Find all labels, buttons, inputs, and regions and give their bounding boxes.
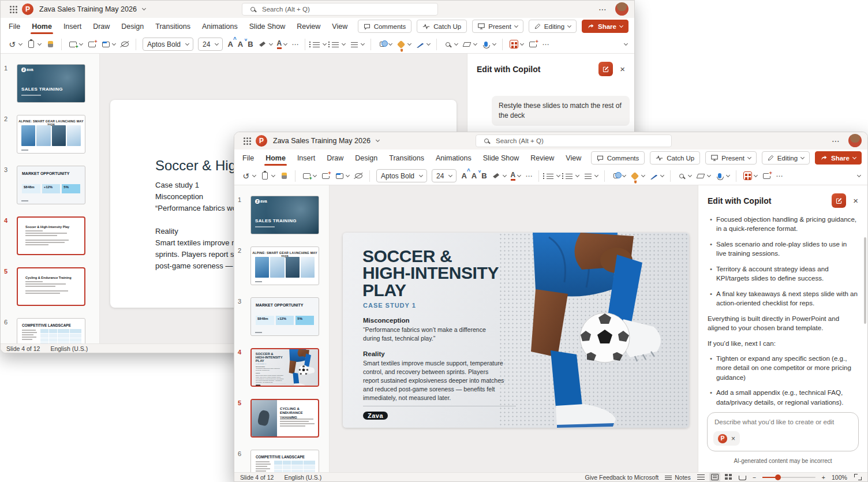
avatar[interactable] bbox=[615, 2, 628, 16]
reuse-slides-button[interactable] bbox=[321, 171, 330, 181]
tab-draw[interactable]: Draw bbox=[327, 150, 343, 166]
font-size-select[interactable]: 24 bbox=[432, 169, 457, 182]
font-color-button[interactable]: A bbox=[277, 40, 287, 49]
eraser-button[interactable] bbox=[696, 171, 710, 181]
powerpoint-logo-icon[interactable]: P bbox=[22, 3, 33, 15]
thumbnail-slide-5[interactable]: 5 Cycling & Endurance Training bbox=[4, 267, 93, 306]
share-button[interactable]: Share bbox=[582, 20, 628, 33]
outline-view-button[interactable] bbox=[697, 474, 705, 480]
tab-design[interactable]: Design bbox=[121, 18, 144, 35]
slide-title[interactable]: SOCCER &HIGH-INTENSITYPLAY bbox=[362, 248, 499, 298]
tab-file[interactable]: File bbox=[242, 150, 254, 166]
shape-fill-button[interactable] bbox=[396, 40, 411, 49]
bold-button[interactable]: B bbox=[248, 40, 253, 48]
tab-review[interactable]: Review bbox=[297, 18, 320, 35]
editing-mode-button[interactable]: Editing bbox=[762, 151, 810, 165]
zoom-out-button[interactable]: − bbox=[753, 474, 756, 481]
eraser-button[interactable] bbox=[462, 40, 477, 49]
editing-mode-button[interactable]: Editing bbox=[529, 20, 577, 33]
font-size-select[interactable]: 24 bbox=[198, 38, 223, 51]
layout-button[interactable] bbox=[335, 171, 349, 181]
shape-fill-button[interactable] bbox=[630, 171, 645, 181]
tab-design[interactable]: Design bbox=[355, 150, 377, 166]
shapes-button[interactable] bbox=[377, 40, 392, 49]
find-button[interactable] bbox=[443, 40, 458, 49]
zoom-level[interactable]: 100% bbox=[832, 474, 848, 481]
find-button[interactable] bbox=[677, 171, 691, 181]
slide-sorter-view-button[interactable] bbox=[725, 474, 732, 480]
more-font-options[interactable]: ⋯ bbox=[291, 40, 298, 48]
tab-animations[interactable]: Animations bbox=[436, 150, 472, 166]
notes-button[interactable]: Notes bbox=[665, 474, 690, 481]
thumbnail-slide-3[interactable]: 3 MARKET OPPORTUNITY $848m+12%5% bbox=[238, 297, 323, 336]
font-name-select[interactable]: Aptos Bold bbox=[143, 38, 193, 51]
slide-canvas[interactable]: SOCCER &HIGH-INTENSITYPLAY CASE STUDY 1 … bbox=[343, 233, 689, 428]
thumbnail-slide-5[interactable]: 5 CYCLING & ENDURANCE TRAINING bbox=[238, 399, 323, 438]
more-font-options[interactable]: ⋯ bbox=[525, 172, 532, 180]
thumbnail-slide-1[interactable]: 1 Zava SALES TRAINING bbox=[4, 64, 93, 103]
tab-review[interactable]: Review bbox=[530, 150, 554, 166]
present-button[interactable]: Present bbox=[472, 20, 523, 33]
tab-view[interactable]: View bbox=[332, 18, 347, 35]
align-button[interactable] bbox=[350, 40, 364, 49]
feedback-link[interactable]: Give Feedback to Microsoft bbox=[585, 474, 659, 481]
shapes-button[interactable] bbox=[611, 171, 626, 181]
thumbnail-slide-4[interactable]: 4 SOCCER &HIGH-INTENSITYPLAY CASE STUDY … bbox=[238, 348, 323, 387]
copilot-scrollbar[interactable] bbox=[864, 237, 866, 324]
share-button[interactable]: Share bbox=[815, 151, 862, 165]
shrink-font-button[interactable]: A bbox=[472, 171, 477, 180]
bullets-button[interactable] bbox=[545, 171, 560, 181]
search-input[interactable]: Search (Alt + Q) bbox=[242, 3, 438, 16]
reality-heading[interactable]: Reality bbox=[363, 350, 385, 357]
collapse-ribbon-button[interactable] bbox=[858, 175, 860, 177]
add-slide-button[interactable] bbox=[762, 171, 771, 181]
catch-up-button[interactable]: Catch Up bbox=[650, 151, 700, 165]
avatar[interactable] bbox=[848, 134, 862, 147]
zoom-slider[interactable] bbox=[762, 477, 815, 478]
paste-button[interactable] bbox=[260, 171, 275, 181]
tab-home[interactable]: Home bbox=[265, 150, 286, 166]
reality-text[interactable]: Smart textiles improve muscle support, t… bbox=[363, 359, 504, 402]
powerpoint-logo-icon[interactable]: P bbox=[256, 135, 267, 147]
font-name-select[interactable]: Aptos Bold bbox=[376, 169, 427, 182]
copilot-close-button[interactable]: × bbox=[852, 196, 859, 205]
grow-font-button[interactable]: A bbox=[461, 171, 466, 180]
designer-button[interactable] bbox=[509, 40, 523, 49]
search-input[interactable]: Search (Alt + Q) bbox=[476, 134, 672, 147]
bullets-button[interactable] bbox=[312, 40, 326, 49]
grow-font-button[interactable]: A bbox=[227, 40, 233, 48]
remove-attachment-icon[interactable]: × bbox=[731, 435, 735, 443]
ribbon-more-button[interactable]: ⋯ bbox=[776, 172, 783, 180]
copilot-new-chat-button[interactable] bbox=[598, 62, 613, 76]
app-launcher-icon[interactable] bbox=[10, 6, 12, 8]
copilot-input[interactable]: Describe what you’d like to create or ed… bbox=[707, 412, 859, 451]
ribbon-more-button[interactable]: ⋯ bbox=[542, 40, 549, 48]
tab-insert[interactable]: Insert bbox=[63, 18, 81, 35]
titlebar-more-icon[interactable]: ⋯ bbox=[598, 5, 607, 14]
shrink-font-button[interactable]: A bbox=[238, 40, 243, 48]
titlebar-more-icon[interactable]: ⋯ bbox=[832, 136, 840, 145]
zoom-in-button[interactable]: + bbox=[822, 474, 825, 481]
fit-to-window-icon[interactable] bbox=[854, 474, 862, 480]
tab-insert[interactable]: Insert bbox=[297, 150, 315, 166]
tab-draw[interactable]: Draw bbox=[93, 18, 110, 35]
copilot-new-chat-button[interactable] bbox=[832, 193, 846, 208]
hide-slide-button[interactable] bbox=[120, 40, 129, 49]
dictate-button[interactable] bbox=[715, 171, 729, 181]
thumbnail-slide-6[interactable]: 6 COMPETITIVE LANDSCAPE bbox=[238, 450, 323, 472]
thumbnail-slide-1[interactable]: 1 Zava SALES TRAINING bbox=[238, 196, 323, 234]
app-launcher-icon[interactable] bbox=[244, 137, 245, 139]
title-chevron-icon[interactable] bbox=[142, 6, 146, 10]
tab-home[interactable]: Home bbox=[32, 18, 52, 35]
reuse-slides-button[interactable] bbox=[87, 40, 96, 49]
draw-ink-button[interactable] bbox=[416, 40, 430, 49]
tab-view[interactable]: View bbox=[566, 150, 581, 166]
normal-view-button[interactable] bbox=[711, 474, 719, 480]
dictate-button[interactable] bbox=[481, 40, 496, 49]
zoom-slider-knob[interactable] bbox=[775, 474, 781, 480]
collapse-ribbon-button[interactable] bbox=[624, 44, 627, 45]
language-label[interactable]: English (U.S.) bbox=[50, 345, 88, 352]
title-chevron-icon[interactable] bbox=[376, 138, 380, 142]
format-painter-button[interactable] bbox=[279, 171, 289, 181]
language-label[interactable]: English (U.S.) bbox=[284, 474, 321, 481]
